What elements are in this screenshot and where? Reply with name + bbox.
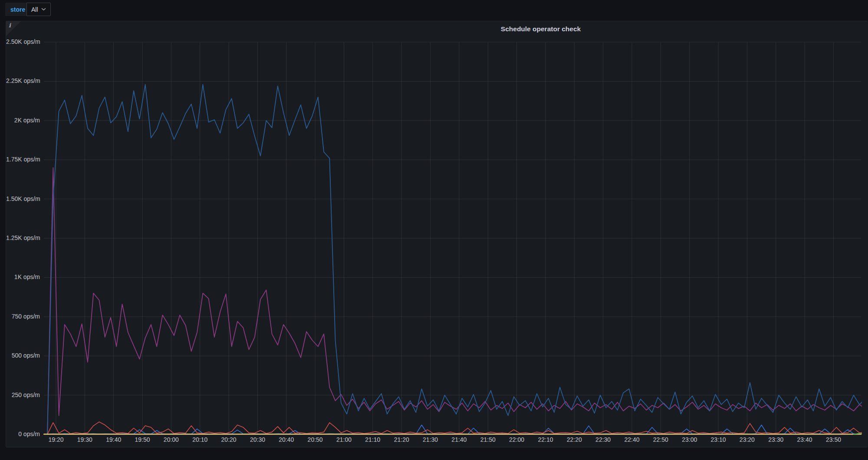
x-tick-label: 23:50: [826, 436, 841, 443]
x-tick-label: 19:20: [48, 436, 63, 443]
y-tick-label: 1.25K ops/m: [6, 234, 40, 241]
y-tick-label: 1.75K ops/m: [6, 156, 40, 163]
x-tick-label: 22:40: [624, 436, 639, 443]
variable-value-dropdown[interactable]: All: [26, 3, 51, 16]
y-tick-label: 2.50K ops/m: [6, 38, 40, 45]
chevron-down-icon: [41, 8, 46, 11]
x-tick-label: 20:10: [192, 436, 207, 443]
x-tick-label: 22:00: [509, 436, 524, 443]
y-tick-label: 0 ops/m: [6, 430, 40, 437]
x-tick-label: 23:20: [740, 436, 755, 443]
series-red: [47, 422, 865, 434]
x-tick-label: 22:50: [653, 436, 668, 443]
x-tick-label: 19:40: [106, 436, 121, 443]
y-tick-label: 1K ops/m: [6, 273, 40, 280]
x-tick-label: 20:00: [164, 436, 179, 443]
y-tick-label: 250 ops/m: [6, 391, 40, 398]
x-tick-label: 23:10: [711, 436, 726, 443]
x-tick-label: 20:30: [250, 436, 265, 443]
x-tick-label: 22:10: [538, 436, 553, 443]
y-tick-label: 2.25K ops/m: [6, 77, 40, 84]
x-tick-label: 19:50: [135, 436, 150, 443]
variable-value-text: All: [31, 6, 38, 13]
y-tick-label: 1.50K ops/m: [6, 195, 40, 202]
series-purple: [47, 168, 865, 434]
x-tick-label: 20:20: [221, 436, 237, 443]
x-tick-label: 23:40: [797, 436, 812, 443]
timeseries-plot[interactable]: [6, 21, 868, 448]
panel: i Schedule operator check 19:2019:3019:4…: [6, 21, 868, 447]
x-tick-label: 21:20: [394, 436, 409, 443]
y-tick-label: 750 ops/m: [6, 313, 40, 320]
x-tick-label: 20:50: [308, 436, 323, 443]
x-tick-label: 21:10: [365, 436, 380, 443]
x-tick-label: 20:40: [279, 436, 294, 443]
x-tick-label: 22:30: [595, 436, 611, 443]
x-tick-label: 23:30: [768, 436, 783, 443]
series-blue: [47, 85, 865, 434]
x-tick-label: 21:40: [451, 436, 467, 443]
x-tick-label: 21:00: [336, 436, 352, 443]
x-tick-label: 21:30: [423, 436, 438, 443]
y-tick-label: 2K ops/m: [6, 117, 40, 124]
x-tick-label: 19:30: [77, 436, 92, 443]
gridlines: [44, 42, 861, 434]
variable-bar: store All: [0, 0, 868, 20]
x-tick-label: 22:20: [567, 436, 582, 443]
variable-label-text: store: [10, 6, 25, 13]
x-tick-label: 21:50: [480, 436, 496, 443]
x-tick-label: 23:00: [682, 436, 697, 443]
y-tick-label: 500 ops/m: [6, 352, 40, 359]
